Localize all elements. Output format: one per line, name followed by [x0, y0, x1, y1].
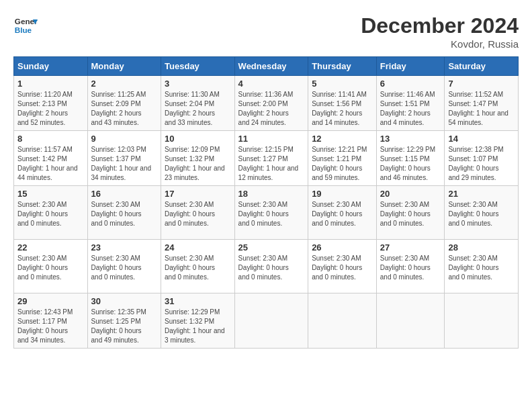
calendar-cell — [376, 293, 445, 349]
calendar-table: SundayMondayTuesdayWednesdayThursdayFrid… — [13, 56, 519, 349]
day-number: 31 — [165, 296, 231, 306]
day-info: Sunrise: 11:36 AM Sunset: 2:00 PM Daylig… — [238, 90, 305, 128]
main-title: December 2024 — [361, 13, 519, 38]
day-info: Sunset: 2:30 AM Daylight: 0 hours and 0 … — [238, 200, 305, 228]
header-wednesday: Wednesday — [234, 57, 308, 76]
title-area: December 2024 Kovdor, Russia — [361, 13, 519, 50]
header-monday: Monday — [87, 57, 161, 76]
calendar-week-5: 29Sunrise: 12:43 PM Sunset: 1:17 PM Dayl… — [14, 293, 519, 349]
day-info: Sunrise: 12:15 PM Sunset: 1:27 PM Daylig… — [238, 145, 305, 183]
calendar-cell: 21Sunset: 2:30 AM Daylight: 0 hours and … — [445, 186, 519, 240]
day-number: 10 — [165, 134, 231, 144]
calendar-cell: 28Sunset: 2:30 AM Daylight: 0 hours and … — [445, 240, 519, 293]
day-number: 25 — [238, 242, 305, 253]
calendar-cell: 5Sunrise: 11:41 AM Sunset: 1:56 PM Dayli… — [308, 76, 377, 131]
day-info: Sunset: 2:30 AM Daylight: 0 hours and 0 … — [165, 254, 231, 282]
day-info: Sunset: 2:30 AM Daylight: 0 hours and 0 … — [312, 254, 373, 282]
day-info: Sunset: 2:30 AM Daylight: 0 hours and 0 … — [91, 200, 158, 228]
day-number: 13 — [380, 134, 441, 144]
day-number: 26 — [312, 242, 373, 253]
day-number: 23 — [91, 242, 158, 253]
calendar-cell: 13Sunrise: 12:29 PM Sunset: 1:15 PM Dayl… — [376, 131, 445, 186]
day-number: 20 — [380, 189, 441, 199]
day-info: Sunrise: 11:20 AM Sunset: 2:13 PM Daylig… — [17, 90, 84, 128]
day-number: 7 — [448, 79, 515, 89]
calendar-cell: 2Sunrise: 11:25 AM Sunset: 2:09 PM Dayli… — [87, 76, 161, 131]
day-info: Sunrise: 12:35 PM Sunset: 1:25 PM Daylig… — [91, 308, 158, 345]
day-number: 6 — [380, 79, 441, 89]
day-number: 3 — [165, 79, 231, 89]
day-info: Sunset: 2:30 AM Daylight: 0 hours and 0 … — [165, 200, 231, 228]
day-info: Sunset: 2:30 AM Daylight: 0 hours and 0 … — [238, 254, 305, 282]
calendar-week-2: 8Sunrise: 11:57 AM Sunset: 1:42 PM Dayli… — [14, 131, 519, 186]
calendar-cell: 4Sunrise: 11:36 AM Sunset: 2:00 PM Dayli… — [234, 76, 308, 131]
day-info: Sunrise: 11:52 AM Sunset: 1:47 PM Daylig… — [448, 90, 515, 128]
day-number: 29 — [17, 296, 84, 306]
day-number: 30 — [91, 296, 158, 306]
calendar-week-3: 15Sunset: 2:30 AM Daylight: 0 hours and … — [14, 186, 519, 240]
day-info: Sunrise: 12:03 PM Sunset: 1:37 PM Daylig… — [91, 145, 158, 183]
calendar-cell — [234, 293, 308, 349]
calendar-cell: 22Sunset: 2:30 AM Daylight: 0 hours and … — [14, 240, 88, 293]
header-sunday: Sunday — [14, 57, 88, 76]
header-thursday: Thursday — [308, 57, 377, 76]
day-number: 22 — [17, 242, 84, 253]
day-info: Sunset: 2:30 AM Daylight: 0 hours and 0 … — [91, 254, 158, 282]
calendar-cell: 25Sunset: 2:30 AM Daylight: 0 hours and … — [234, 240, 308, 293]
calendar-cell — [308, 293, 377, 349]
day-number: 15 — [17, 189, 84, 199]
day-info: Sunset: 2:30 AM Daylight: 0 hours and 0 … — [380, 254, 441, 282]
calendar-week-1: 1Sunrise: 11:20 AM Sunset: 2:13 PM Dayli… — [14, 76, 519, 131]
day-number: 2 — [91, 79, 158, 89]
calendar-week-4: 22Sunset: 2:30 AM Daylight: 0 hours and … — [14, 240, 519, 293]
calendar-cell: 15Sunset: 2:30 AM Daylight: 0 hours and … — [14, 186, 88, 240]
day-number: 14 — [448, 134, 515, 144]
header-friday: Friday — [376, 57, 445, 76]
logo: General Blue — [13, 13, 38, 38]
day-info: Sunset: 2:30 AM Daylight: 0 hours and 0 … — [312, 200, 373, 228]
day-number: 8 — [17, 134, 84, 144]
calendar-cell: 11Sunrise: 12:15 PM Sunset: 1:27 PM Dayl… — [234, 131, 308, 186]
calendar-cell: 8Sunrise: 11:57 AM Sunset: 1:42 PM Dayli… — [14, 131, 88, 186]
day-info: Sunset: 2:30 AM Daylight: 0 hours and 0 … — [448, 200, 515, 228]
logo-icon: General Blue — [13, 13, 38, 38]
calendar-cell: 31Sunrise: 12:29 PM Sunset: 1:32 PM Dayl… — [161, 293, 235, 349]
calendar-cell: 24Sunset: 2:30 AM Daylight: 0 hours and … — [161, 240, 235, 293]
calendar-cell: 27Sunset: 2:30 AM Daylight: 0 hours and … — [376, 240, 445, 293]
calendar-cell: 6Sunrise: 11:46 AM Sunset: 1:51 PM Dayli… — [376, 76, 445, 131]
day-info: Sunrise: 11:30 AM Sunset: 2:04 PM Daylig… — [165, 90, 231, 128]
day-info: Sunrise: 12:38 PM Sunset: 1:07 PM Daylig… — [448, 145, 515, 183]
calendar-cell: 12Sunrise: 12:21 PM Sunset: 1:21 PM Dayl… — [308, 131, 377, 186]
day-number: 21 — [448, 189, 515, 199]
calendar-header-row: SundayMondayTuesdayWednesdayThursdayFrid… — [14, 57, 519, 76]
day-info: Sunrise: 11:41 AM Sunset: 1:56 PM Daylig… — [312, 90, 373, 128]
calendar-cell: 7Sunrise: 11:52 AM Sunset: 1:47 PM Dayli… — [445, 76, 519, 131]
day-number: 24 — [165, 242, 231, 253]
day-info: Sunset: 2:30 AM Daylight: 0 hours and 0 … — [448, 254, 515, 282]
day-info: Sunset: 2:30 AM Daylight: 0 hours and 0 … — [17, 254, 84, 282]
day-number: 28 — [448, 242, 515, 253]
subtitle: Kovdor, Russia — [361, 38, 519, 50]
svg-text:Blue: Blue — [15, 26, 32, 34]
day-info: Sunrise: 12:29 PM Sunset: 1:32 PM Daylig… — [165, 308, 231, 345]
calendar-cell: 30Sunrise: 12:35 PM Sunset: 1:25 PM Dayl… — [87, 293, 161, 349]
day-number: 4 — [238, 79, 305, 89]
day-info: Sunrise: 12:43 PM Sunset: 1:17 PM Daylig… — [17, 308, 84, 345]
calendar-cell: 10Sunrise: 12:09 PM Sunset: 1:32 PM Dayl… — [161, 131, 235, 186]
day-info: Sunrise: 12:21 PM Sunset: 1:21 PM Daylig… — [312, 145, 373, 183]
calendar-cell: 19Sunset: 2:30 AM Daylight: 0 hours and … — [308, 186, 377, 240]
calendar-cell: 17Sunset: 2:30 AM Daylight: 0 hours and … — [161, 186, 235, 240]
calendar-cell: 20Sunset: 2:30 AM Daylight: 0 hours and … — [376, 186, 445, 240]
day-info: Sunset: 2:30 AM Daylight: 0 hours and 0 … — [380, 200, 441, 228]
day-info: Sunrise: 12:29 PM Sunset: 1:15 PM Daylig… — [380, 145, 441, 183]
calendar-cell: 3Sunrise: 11:30 AM Sunset: 2:04 PM Dayli… — [161, 76, 235, 131]
calendar-cell: 23Sunset: 2:30 AM Daylight: 0 hours and … — [87, 240, 161, 293]
day-number: 16 — [91, 189, 158, 199]
day-info: Sunrise: 11:25 AM Sunset: 2:09 PM Daylig… — [91, 90, 158, 128]
calendar-cell: 26Sunset: 2:30 AM Daylight: 0 hours and … — [308, 240, 377, 293]
day-number: 5 — [312, 79, 373, 89]
calendar-cell: 29Sunrise: 12:43 PM Sunset: 1:17 PM Dayl… — [14, 293, 88, 349]
header-tuesday: Tuesday — [161, 57, 235, 76]
day-info: Sunrise: 11:57 AM Sunset: 1:42 PM Daylig… — [17, 145, 84, 183]
calendar-cell: 1Sunrise: 11:20 AM Sunset: 2:13 PM Dayli… — [14, 76, 88, 131]
